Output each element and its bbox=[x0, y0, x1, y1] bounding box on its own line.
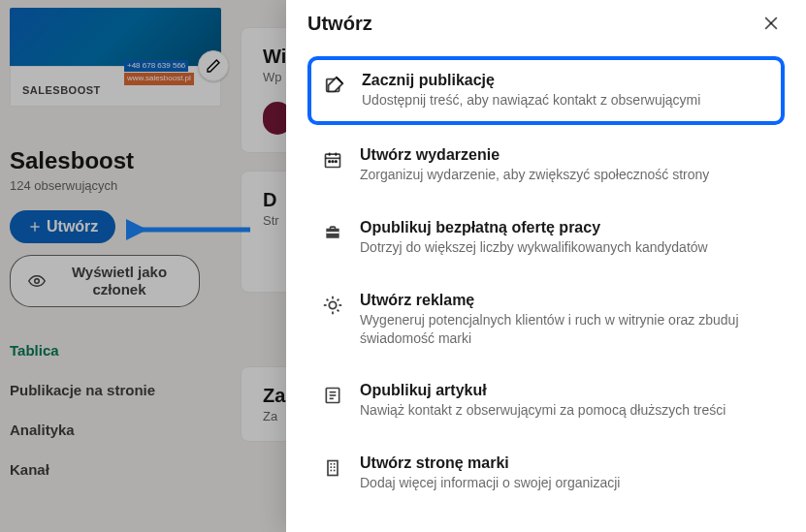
option-title: Opublikuj artykuł bbox=[360, 382, 725, 399]
close-icon bbox=[761, 14, 781, 33]
option-create-event[interactable]: Utwórz wydarzenie Zorganizuj wydarzenie,… bbox=[307, 133, 785, 198]
option-desc: Udostępnij treść, aby nawiązać kontakt z… bbox=[362, 91, 700, 110]
calendar-icon bbox=[321, 148, 344, 172]
building-icon bbox=[321, 456, 344, 480]
option-start-post[interactable]: Zacznij publikację Udostępnij treść, aby… bbox=[307, 56, 785, 125]
modal-close-button[interactable] bbox=[758, 10, 785, 37]
option-title: Opublikuj bezpłatną ofertę pracy bbox=[360, 219, 708, 236]
option-create-brand-page[interactable]: Utwórz stronę marki Dodaj więcej informa… bbox=[307, 441, 785, 506]
option-publish-article[interactable]: Opublikuj artykuł Nawiąż kontakt z obser… bbox=[307, 368, 785, 433]
svg-line-18 bbox=[327, 298, 329, 300]
option-title: Utwórz reklamę bbox=[360, 292, 771, 309]
option-title: Zacznij publikację bbox=[362, 72, 700, 89]
option-post-job[interactable]: Opublikuj bezpłatną ofertę pracy Dotrzyj… bbox=[307, 205, 785, 270]
svg-line-20 bbox=[338, 298, 339, 300]
svg-rect-12 bbox=[326, 232, 339, 234]
svg-point-13 bbox=[329, 301, 336, 308]
modal-title: Utwórz bbox=[307, 13, 372, 35]
option-title: Utwórz wydarzenie bbox=[360, 146, 709, 164]
option-title: Utwórz stronę marki bbox=[360, 454, 620, 472]
create-modal: Utwórz Zacznij publikację Udostępnij tre… bbox=[286, 0, 806, 532]
create-options: Zacznij publikację Udostępnij treść, aby… bbox=[286, 47, 806, 516]
svg-point-9 bbox=[329, 161, 331, 163]
option-create-ad[interactable]: Utwórz reklamę Wygeneruj potencjalnych k… bbox=[307, 278, 785, 361]
article-icon bbox=[321, 384, 344, 407]
svg-point-11 bbox=[336, 161, 338, 163]
option-desc: Wygeneruj potencjalnych klientów i ruch … bbox=[360, 311, 771, 348]
lightbulb-icon bbox=[321, 294, 344, 317]
svg-rect-25 bbox=[328, 461, 338, 476]
briefcase-icon bbox=[321, 221, 344, 244]
svg-line-19 bbox=[338, 309, 339, 311]
option-desc: Zorganizuj wydarzenie, aby zwiększyć spo… bbox=[360, 166, 709, 184]
option-desc: Dodaj więcej informacji o swojej organiz… bbox=[360, 474, 620, 492]
option-desc: Dotrzyj do większej liczby wykwalifikowa… bbox=[360, 238, 708, 257]
svg-point-10 bbox=[332, 161, 334, 163]
option-desc: Nawiąż kontakt z obserwującymi za pomocą… bbox=[360, 401, 725, 420]
compose-icon bbox=[323, 74, 346, 97]
